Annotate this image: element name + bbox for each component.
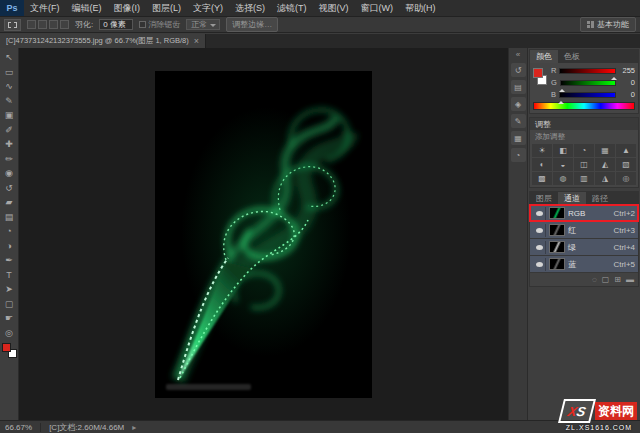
tool-shape[interactable]: ▢ — [1, 297, 18, 312]
blue-slider[interactable] — [559, 92, 616, 98]
black-white-icon[interactable]: ◫ — [574, 158, 594, 171]
color-balance-icon[interactable]: ◒ — [553, 158, 573, 171]
red-value[interactable]: 255 — [619, 66, 635, 75]
levels-icon[interactable]: ◧ — [553, 144, 573, 157]
menu-filter[interactable]: 滤镜(T) — [271, 0, 313, 16]
load-selection-icon[interactable]: ◌ — [592, 275, 597, 284]
canvas-area[interactable] — [19, 48, 508, 420]
channel-row-red[interactable]: 红 Ctrl+3 — [530, 222, 638, 239]
posterize-icon[interactable]: ▥ — [574, 172, 594, 185]
curves-icon[interactable]: ◔ — [574, 144, 594, 157]
menu-file[interactable]: 文件(F) — [24, 0, 66, 16]
foreground-color-swatch[interactable] — [2, 343, 11, 352]
selective-color-icon[interactable]: ◎ — [616, 172, 636, 185]
tool-hand[interactable]: ☛ — [1, 311, 18, 326]
menu-select[interactable]: 选择(S) — [229, 0, 271, 16]
document-tab[interactable]: [C]473731242132373555.jpg @ 66.7%(图层 1, … — [0, 34, 206, 48]
tool-lasso[interactable]: ∿ — [1, 79, 18, 94]
green-value[interactable]: 0 — [619, 78, 635, 87]
visibility-eye-icon[interactable] — [533, 241, 546, 254]
hue-saturation-icon[interactable]: ◐ — [532, 158, 552, 171]
color-panel-swatches[interactable] — [533, 66, 548, 92]
save-selection-icon[interactable]: ▢ — [602, 275, 610, 284]
tool-eyedropper[interactable]: ✐ — [1, 123, 18, 138]
tab-paths[interactable]: 路径 — [586, 192, 614, 205]
red-slider[interactable] — [559, 68, 616, 74]
dock-panel-icon-5[interactable]: ▦ — [511, 131, 526, 145]
color-swatches[interactable] — [2, 343, 17, 358]
channel-mixer-icon[interactable]: ▧ — [616, 158, 636, 171]
menu-type[interactable]: 文字(Y) — [187, 0, 229, 16]
menu-edit[interactable]: 编辑(E) — [66, 0, 108, 16]
dock-panel-icon-1[interactable]: ↺ — [511, 63, 526, 77]
photoshop-logo[interactable]: Ps — [0, 0, 24, 16]
menu-layer[interactable]: 图层(L) — [146, 0, 187, 16]
dock-panel-icon-3[interactable]: ◈ — [511, 97, 526, 111]
visibility-eye-icon[interactable] — [533, 207, 546, 220]
color-lookup-icon[interactable]: ▩ — [532, 172, 552, 185]
green-slider[interactable] — [560, 80, 616, 86]
tool-zoom[interactable]: ◎ — [1, 326, 18, 341]
current-tool-icon[interactable] — [4, 19, 21, 31]
tab-layers[interactable]: 图层 — [530, 192, 558, 205]
channel-row-rgb[interactable]: RGB Ctrl+2 — [530, 205, 638, 222]
brightness-contrast-icon[interactable]: ☀ — [532, 144, 552, 157]
menu-view[interactable]: 视图(V) — [313, 0, 355, 16]
dock-panel-icon-4[interactable]: ✎ — [511, 114, 526, 128]
visibility-eye-icon[interactable] — [533, 224, 546, 237]
options-bar: 羽化: 0 像素 消除锯齿 正常 调整边缘… 基本功能 — [0, 17, 640, 33]
refine-edge-button[interactable]: 调整边缘… — [226, 17, 278, 32]
expand-panels-icon[interactable]: « — [516, 50, 520, 60]
vibrance-icon[interactable]: ▲ — [616, 144, 636, 157]
tool-path-select[interactable]: ➤ — [1, 282, 18, 297]
antialias-checkbox[interactable]: 消除锯齿 — [139, 19, 180, 30]
tool-dodge[interactable]: ◑ — [1, 239, 18, 254]
invert-icon[interactable]: ◍ — [553, 172, 573, 185]
tool-quick-select[interactable]: ✎ — [1, 94, 18, 109]
subtract-selection-button[interactable] — [49, 20, 58, 29]
tab-channels[interactable]: 通道 — [558, 192, 586, 205]
blue-slider-knob[interactable] — [558, 98, 564, 104]
tab-swatches[interactable]: 色板 — [558, 50, 586, 63]
document-image[interactable] — [156, 72, 371, 397]
channel-row-blue[interactable]: 蓝 Ctrl+5 — [530, 256, 638, 273]
tool-history-brush[interactable]: ↺ — [1, 181, 18, 196]
tool-crop[interactable]: ▣ — [1, 108, 18, 123]
add-selection-button[interactable] — [38, 20, 47, 29]
tool-brush[interactable]: ✏ — [1, 152, 18, 167]
photo-filter-icon[interactable]: ◭ — [595, 158, 615, 171]
tool-clone-stamp[interactable]: ◉ — [1, 166, 18, 181]
tool-pen[interactable]: ✒ — [1, 253, 18, 268]
foreground-swatch[interactable] — [533, 68, 543, 78]
intersect-selection-button[interactable] — [60, 20, 69, 29]
tool-move[interactable]: ↖ — [1, 50, 18, 65]
zoom-level[interactable]: 66.67% — [5, 423, 32, 432]
threshold-icon[interactable]: ◮ — [595, 172, 615, 185]
close-icon[interactable]: × — [194, 36, 199, 46]
visibility-eye-icon[interactable] — [533, 258, 546, 271]
dock-panel-icon-2[interactable]: ▤ — [511, 80, 526, 94]
menu-window[interactable]: 窗口(W) — [355, 0, 400, 16]
tool-healing-brush[interactable]: ✚ — [1, 137, 18, 152]
status-arrow-icon[interactable]: ▸ — [132, 423, 136, 432]
tool-type[interactable]: T — [1, 268, 18, 283]
blue-label: B — [551, 90, 556, 99]
style-select[interactable]: 正常 — [186, 19, 220, 30]
menu-help[interactable]: 帮助(H) — [399, 0, 442, 16]
blue-value[interactable]: 0 — [619, 90, 635, 99]
exposure-icon[interactable]: ▦ — [595, 144, 615, 157]
tab-color[interactable]: 颜色 — [530, 50, 558, 63]
channel-row-green[interactable]: 绿 Ctrl+4 — [530, 239, 638, 256]
tool-marquee[interactable]: ▭ — [1, 65, 18, 80]
dock-panel-icon-6[interactable]: ◔ — [511, 148, 526, 162]
delete-channel-icon[interactable]: ▬ — [626, 275, 634, 284]
tool-gradient[interactable]: ▤ — [1, 210, 18, 225]
feather-input[interactable]: 0 像素 — [99, 19, 133, 30]
tool-eraser[interactable]: ▰ — [1, 195, 18, 210]
menu-image[interactable]: 图像(I) — [108, 0, 147, 16]
new-channel-icon[interactable]: ⊞ — [614, 275, 621, 284]
tool-blur[interactable]: ◔ — [1, 224, 18, 239]
new-selection-button[interactable] — [27, 20, 36, 29]
color-spectrum-bar[interactable] — [533, 102, 635, 110]
workspace-switcher[interactable]: 基本功能 — [580, 17, 636, 32]
